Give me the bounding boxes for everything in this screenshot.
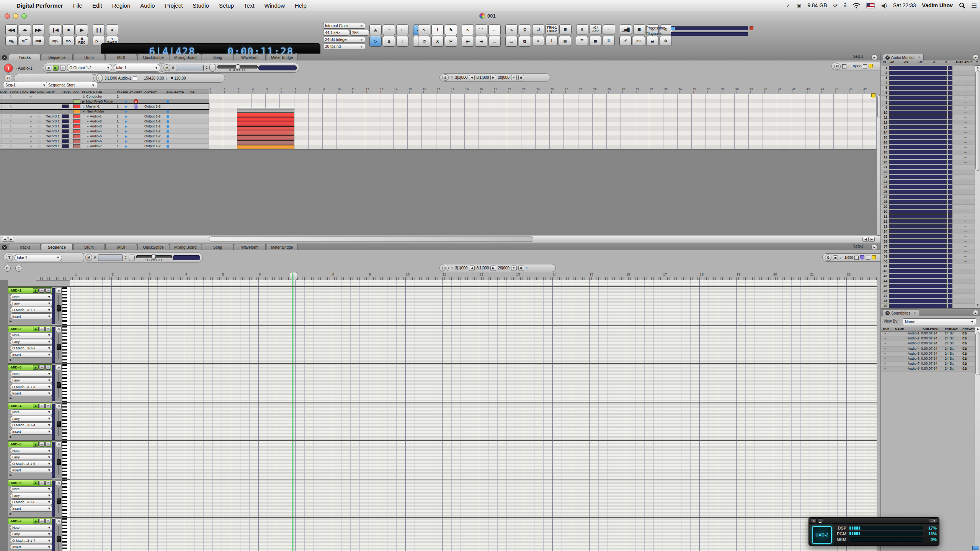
midi-track-header[interactable]: ♪MIDI-4▶●▼ bbox=[8, 403, 52, 409]
move-icon[interactable]: ⇕ bbox=[0, 135, 3, 138]
note-grid[interactable] bbox=[70, 280, 877, 551]
move-icon[interactable]: ⇕ bbox=[0, 105, 3, 108]
volume-icon[interactable]: ◀) bbox=[881, 2, 887, 8]
seq-take-select[interactable]: take 1▼ bbox=[15, 254, 62, 261]
xmpt-icon[interactable]: S bbox=[134, 99, 138, 104]
midi-insert-select[interactable]: Insert▼ bbox=[10, 313, 52, 319]
step-back-forward-button[interactable]: ◂▸ bbox=[19, 24, 31, 35]
track-row[interactable]: ⇕▼New Folder▶ bbox=[0, 109, 209, 114]
chevron-down-icon[interactable]: ▼ bbox=[45, 365, 51, 370]
punch-record-button[interactable]: ⇅ REC bbox=[76, 36, 88, 46]
midi-insert-select[interactable]: Insert▼ bbox=[10, 544, 52, 550]
track-take-select[interactable]: take 1▼ bbox=[114, 64, 160, 72]
midi-insert-select[interactable]: Insert▼ bbox=[10, 429, 52, 435]
selection-end[interactable]: 8|1|000 bbox=[476, 75, 489, 80]
midi-track-header[interactable]: ♪MIDI-7▶●▼ bbox=[8, 518, 52, 524]
soundbite-name[interactable]: Audio-7 bbox=[895, 362, 920, 365]
soundbite-row[interactable]: ~Audio-30:00:07.9424 Bit01/ bbox=[881, 341, 975, 346]
tab-tracks[interactable]: Tracks bbox=[9, 244, 41, 250]
sample-rate-field[interactable]: 44.1 kHz bbox=[323, 30, 349, 36]
sequence-ruler[interactable]: 12345678910111213141516171819202122 bbox=[36, 272, 877, 280]
record-icon[interactable]: ● bbox=[39, 519, 45, 523]
track-row[interactable]: ⇕▶MachFive3 Folder▶S bbox=[0, 99, 209, 104]
selection-right-icon[interactable]: ▶ bbox=[490, 266, 496, 271]
sequence-window-button[interactable]: ≡ bbox=[603, 24, 615, 34]
play-take-icon[interactable]: ▶ bbox=[53, 65, 59, 71]
memory-pointer-button[interactable]: M↖ bbox=[62, 36, 75, 46]
grid-value[interactable]: 1|000 bbox=[844, 256, 853, 259]
trim-right-tool-button[interactable]: ⇥ bbox=[475, 36, 487, 47]
pause-button[interactable]: ❙❙ bbox=[93, 24, 105, 35]
close-icon[interactable]: ✕ bbox=[885, 311, 890, 315]
zoom-slider-thumb[interactable] bbox=[57, 498, 61, 504]
move-tool-button[interactable]: ↔ bbox=[488, 36, 501, 47]
tab-quickscribe[interactable]: QuickScribe bbox=[137, 54, 169, 60]
chevron-down-icon[interactable]: ▼ bbox=[45, 442, 51, 447]
memory-loop-button[interactable]: M⇄ bbox=[32, 36, 44, 46]
loop-icon[interactable]: ↻ bbox=[10, 135, 13, 138]
drum-window-button[interactable]: ▩ bbox=[589, 36, 601, 46]
midi-mode-select[interactable]: Note▼ bbox=[10, 486, 52, 492]
soundbite-name[interactable]: Audio-3 bbox=[895, 341, 920, 345]
record-enable-icon[interactable]: ▶ bbox=[30, 145, 32, 148]
track-name[interactable]: Master-1 bbox=[86, 104, 100, 108]
midi-window-button[interactable]: ⌇ bbox=[546, 36, 558, 46]
checkmark-menu-icon[interactable]: ✓ bbox=[786, 2, 791, 8]
loop-icon[interactable]: ↻ bbox=[10, 145, 13, 148]
column-header-format[interactable]: FORMAT bbox=[945, 328, 958, 331]
audio-clip[interactable] bbox=[237, 108, 294, 150]
slip-tool-button[interactable]: ⧉ bbox=[519, 36, 531, 47]
track-name[interactable]: Conductor bbox=[86, 95, 102, 98]
midi-output-select[interactable]: O Mach...3-1-7▼ bbox=[10, 538, 52, 543]
marker-flag-icon[interactable] bbox=[869, 64, 873, 69]
enable-dot[interactable] bbox=[167, 125, 169, 128]
record-enable-icon[interactable]: ▶ bbox=[30, 125, 32, 128]
record-enable-icon[interactable]: ▶ bbox=[30, 120, 32, 123]
view-by-select[interactable]: Name▼ bbox=[903, 318, 976, 325]
expand-icon[interactable]: ▶ bbox=[10, 473, 12, 477]
piano-keys[interactable] bbox=[62, 479, 70, 518]
name-cell[interactable]: ~Audio-2 bbox=[82, 119, 117, 124]
selection-undo-icon[interactable]: ↰ bbox=[450, 75, 453, 80]
selection-toggle-button[interactable]: S bbox=[442, 74, 449, 81]
soundbite-row[interactable]: ~Audio-50:00:07.9424 Bit01/ bbox=[881, 352, 975, 357]
enable-dot[interactable] bbox=[167, 115, 169, 118]
frame-rate-select[interactable]: 30 fps nd▼ bbox=[323, 44, 365, 49]
piano-keys[interactable] bbox=[62, 403, 70, 441]
midi-mode-select[interactable]: Note▼ bbox=[10, 448, 52, 453]
spotlight-search-icon[interactable] bbox=[959, 2, 965, 8]
output-cell[interactable]: Output 1-2 bbox=[144, 144, 167, 148]
stepper-icon[interactable]: ▲▼ bbox=[205, 65, 208, 70]
midi-insert-select[interactable]: Insert▼ bbox=[10, 390, 52, 396]
transport-window-button[interactable]: TRN-1 TRN-2 bbox=[546, 24, 558, 34]
folder-icon[interactable]: ▼ bbox=[82, 110, 85, 113]
tab-song[interactable]: Song bbox=[202, 244, 234, 250]
monitor-icon[interactable]: ◁) bbox=[37, 120, 41, 123]
expand-icon[interactable]: ▶ bbox=[10, 358, 12, 362]
enable-dot[interactable] bbox=[167, 145, 169, 148]
marker-checkbox[interactable] bbox=[854, 256, 859, 260]
grid-mode-icon[interactable]: ▣ bbox=[833, 255, 838, 260]
tracks-timeline[interactable] bbox=[209, 94, 877, 149]
trim-left-tool-button[interactable]: ⇤ bbox=[462, 36, 474, 47]
menu-project[interactable]: Project bbox=[160, 2, 188, 9]
track-row[interactable]: ⇕↻≣Master-11▶SOutput 1-2 bbox=[0, 104, 209, 109]
play-enable-icon[interactable]: ▶ bbox=[125, 130, 127, 133]
rewind-button[interactable]: ◀◀ bbox=[5, 24, 18, 35]
minimize-icon[interactable]: ▁ bbox=[817, 518, 823, 523]
take-cell[interactable]: 1 bbox=[117, 94, 125, 99]
play-enable-icon[interactable]: ▶ bbox=[125, 100, 127, 103]
zoom-tool-button[interactable]: ⚲ bbox=[519, 24, 531, 35]
move-icon[interactable]: ⇕ bbox=[0, 125, 3, 128]
midi-mode-select[interactable]: Note▼ bbox=[10, 371, 52, 377]
midi-mode-select[interactable]: Note▼ bbox=[10, 294, 52, 300]
chevron-down-icon[interactable]: ▼ bbox=[45, 404, 51, 408]
expand-icon[interactable]: ▶ bbox=[10, 512, 12, 515]
monitor-icon[interactable]: ◁) bbox=[37, 125, 41, 128]
piano-keys[interactable] bbox=[62, 441, 70, 479]
grid-editor-button[interactable]: ▦ bbox=[633, 24, 645, 34]
counter-pill[interactable] bbox=[14, 74, 96, 82]
chevron-down-icon[interactable]: ▼ bbox=[45, 519, 51, 523]
track-row[interactable]: ⇕↻▶◁)Record 1~Audio-21▶Output 1-2 bbox=[0, 119, 209, 124]
mini-menu-icon[interactable]: ▸ bbox=[871, 244, 877, 250]
